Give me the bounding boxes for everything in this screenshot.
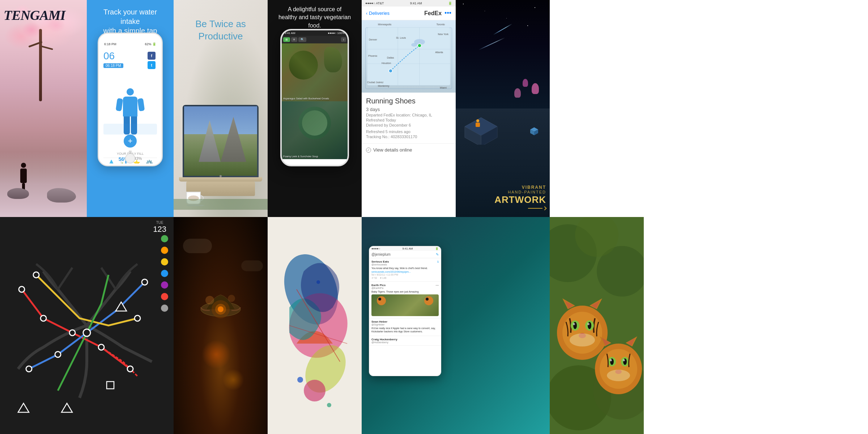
fedex-back-label[interactable]: Deliveries	[369, 10, 390, 16]
food-status-time: 9:41 AM	[285, 31, 295, 35]
cell-water[interactable]: Track your water intakewith a simple tap…	[87, 0, 174, 217]
cell-tiger[interactable]	[550, 217, 644, 434]
food-tool-search[interactable]: 🔍	[298, 37, 306, 42]
svg-marker-27	[116, 302, 127, 311]
main-grid: TENGAMI Track your water intakewith a si…	[0, 0, 868, 434]
phone-status-bar: 6:18 PM 62% 🔋	[101, 41, 160, 47]
cell-fedex[interactable]: ●●●●○ AT&T 9:41 AM 🔋 ‹ Deliveries FedEx …	[362, 0, 456, 217]
tiger-thumbnail	[371, 294, 439, 316]
food-image-salad[interactable]: Asparagus Salad with Buckwheat Groats	[282, 43, 348, 101]
food-tool-list[interactable]: ≡	[291, 37, 297, 42]
svg-point-76	[607, 370, 630, 381]
svg-point-16	[41, 315, 46, 321]
char-body	[20, 169, 27, 183]
cell-productive[interactable]: Be Twice as Productive	[174, 0, 268, 217]
fedex-view-details-label: View details online	[373, 147, 412, 153]
fedex-map: Minneapolis Toronto Denver St. Louis New…	[362, 20, 456, 93]
phone-content: 06 06:18 PM f t	[101, 47, 160, 163]
fedex-nav-bar: ‹ Deliveries FedEx •••	[362, 7, 456, 20]
tweet-1-like[interactable]: ♥ 146	[380, 277, 387, 280]
svg-point-59	[573, 323, 575, 325]
fedex-more-button[interactable]: •••	[444, 9, 451, 17]
fedex-view-details-button[interactable]: ✓ View details online	[362, 143, 456, 156]
svg-point-24	[135, 315, 140, 321]
food-label-salad: Asparagus Salad with Buckwheat Groats	[283, 97, 329, 100]
fedex-delivery-date: Delivered by December 6	[366, 123, 451, 127]
tengami-title: TENGAMI	[4, 7, 65, 23]
share-icons: f t	[148, 52, 156, 69]
arrow-head	[542, 206, 546, 210]
tw-carrier: ●●●●○	[371, 247, 380, 250]
cell-vibrant[interactable]: VIBRANT HAND-PAINTED ARTWORK	[456, 0, 550, 217]
tweet-1-retweet[interactable]: ↺ 52	[371, 277, 377, 280]
tweet-1-link[interactable]: seriouseats.com/2010/06/equipm...	[371, 271, 439, 273]
water-tagline: Track your water intakewith a simple tap	[87, 7, 174, 35]
cell-tengami[interactable]: TENGAMI	[0, 0, 87, 217]
twitter-phone: ●●●●○ 9:41 AM 🔋 @jenieplum ✎ Serious Eat…	[369, 246, 441, 376]
tree-trunk	[39, 29, 42, 101]
fedex-status-2: Refreshed Today	[366, 118, 451, 122]
status-battery: 62% 🔋	[145, 42, 156, 46]
fedex-info: Running Shoes 3 days Departed FedEx loca…	[362, 93, 456, 143]
food-tool-info[interactable]: i	[341, 37, 346, 42]
food-tool-grid[interactable]: ⊞	[283, 37, 290, 42]
svg-rect-28	[107, 382, 114, 389]
cell-metro[interactable]: TUE 123	[0, 217, 174, 434]
tweet-1-meta: 5d • 9/22/11 • 11:00 PM	[371, 273, 439, 276]
salad-bowl	[289, 51, 318, 80]
fedex-back-arrow[interactable]: ‹	[366, 11, 367, 16]
vibrant-sub1: HAND-PAINTED	[459, 190, 546, 194]
iso-char-head	[476, 119, 479, 122]
figure-container	[103, 69, 157, 135]
svg-point-44	[297, 377, 303, 383]
phone-home-button[interactable]	[125, 153, 135, 163]
fedex-days: 3 days	[366, 107, 451, 112]
tweet-1-badge: 1	[437, 260, 439, 263]
tiger-eye-2	[426, 298, 429, 301]
svg-point-31	[83, 329, 90, 336]
cell-abstract[interactable]	[268, 217, 362, 434]
clock-day-label: TUE	[153, 221, 166, 225]
svg-marker-26	[61, 403, 72, 412]
svg-point-74	[623, 359, 625, 361]
svg-point-2	[411, 43, 417, 47]
iso-platform	[463, 116, 499, 145]
map-label-dallas: Dallas	[387, 56, 394, 59]
food-phone: 9:41 AM ●●●●○ 100% ⊞ ≡ 🔍 i	[280, 29, 349, 166]
food-status-bar: 9:41 AM ●●●●○ 100%	[282, 30, 348, 36]
svg-point-23	[33, 272, 39, 278]
cell-food[interactable]: A delightful source ofhealthy and tasty …	[268, 0, 362, 217]
tweet-1-author: Serious Eats	[371, 260, 389, 263]
twitter-share[interactable]: t	[148, 61, 156, 69]
tweet-1-handle: @seriouseats	[371, 263, 439, 266]
twitter-edit-button[interactable]: ✎	[436, 252, 439, 256]
tweet-3: Sean Heber @SigHeber It'd be really nice…	[369, 318, 441, 336]
macbook-screen	[183, 105, 259, 177]
steam-background	[174, 217, 268, 434]
cell-twitter[interactable]: Twitter Your Way A clean, uncluttered ti…	[362, 217, 550, 434]
tweet-1: Serious Eats 1 @seriouseats You know wha…	[369, 258, 441, 282]
facebook-share[interactable]: f	[148, 52, 156, 60]
svg-point-62	[570, 333, 595, 346]
cherry-blossom-layer	[0, 0, 87, 217]
add-water-button[interactable]: +	[124, 135, 137, 148]
map-label-monterrey: Monterrey	[378, 85, 390, 87]
food-image-soup[interactable]: Foamy Leek & Sunchoke Soup	[282, 101, 348, 159]
abstract-art	[268, 217, 362, 434]
water-phone-mockup: 6:18 PM 62% 🔋 06 06:18 PM f t	[98, 33, 163, 166]
cell-steam[interactable]	[174, 217, 268, 434]
map-label-houston: Houston	[382, 62, 391, 64]
metro-shape-legend	[161, 235, 168, 312]
branch-right	[41, 46, 53, 50]
metro-map	[0, 217, 174, 434]
svg-point-35	[218, 306, 224, 312]
tweet-2-text: Baby Tigers. Those eyes are just Amazing	[371, 290, 439, 293]
fedex-battery: 🔋	[448, 1, 452, 5]
tweet-2-more[interactable]: •••	[436, 284, 439, 287]
svg-point-60	[587, 323, 590, 325]
svg-point-36	[205, 296, 214, 305]
svg-rect-0	[367, 27, 450, 85]
twitter-handle: @jenieplum	[371, 252, 391, 256]
iso-character	[476, 119, 480, 127]
map-label-denver: Denver	[369, 38, 377, 41]
